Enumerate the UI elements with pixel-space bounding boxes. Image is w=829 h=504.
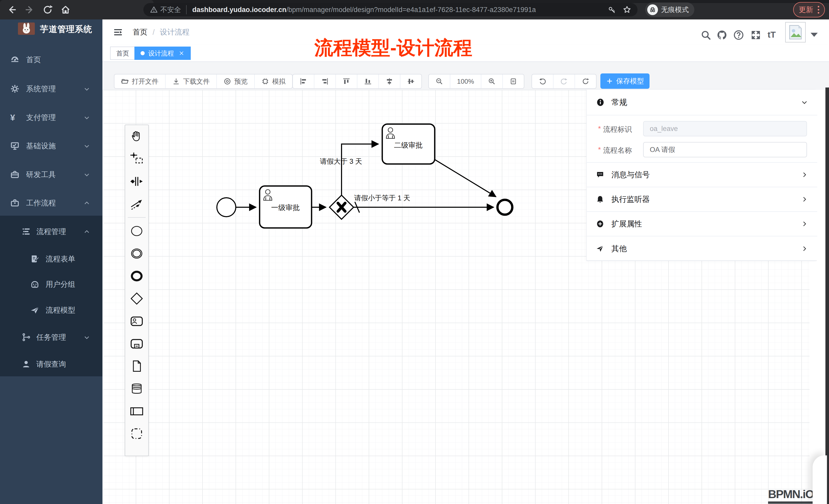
insecure-badge[interactable]: 不安全 <box>150 5 187 14</box>
sidebar-item-user-group[interactable]: 用户分组 <box>0 275 102 294</box>
user-icon <box>22 359 31 369</box>
flow-gateway-to-task2[interactable] <box>341 144 379 195</box>
flow-task2-to-end[interactable] <box>434 159 496 197</box>
zoom-reset-button[interactable] <box>503 74 524 88</box>
download-file-button[interactable]: 下载文件 <box>166 74 217 88</box>
sidebar-item-label: 首页 <box>26 55 41 65</box>
avatar[interactable] <box>785 22 806 42</box>
process-name-field: * 流程名称 <box>587 142 817 157</box>
tab-label: 设计流程 <box>148 49 174 57</box>
align-bottom-button[interactable] <box>357 74 379 88</box>
sidebar-item-leave-query[interactable]: 请假查询 <box>0 355 102 373</box>
browser-menu-icon[interactable] <box>818 6 819 13</box>
zoom-out-icon <box>435 78 443 85</box>
end-event[interactable] <box>498 200 512 215</box>
align-center-button[interactable] <box>400 74 422 88</box>
chevron-right-icon <box>801 171 808 178</box>
save-model-button[interactable]: 保存模型 <box>600 73 650 89</box>
restart-button[interactable] <box>575 74 596 88</box>
user-task-level2[interactable]: 二级审批 <box>382 124 435 164</box>
section-execution-listener[interactable]: 执行监听器 <box>587 187 817 212</box>
zoom-level[interactable]: 100% <box>450 74 481 88</box>
home-icon[interactable] <box>61 5 71 15</box>
url-domain: dashboard.yudao.iocoder.cn <box>192 6 287 13</box>
update-button[interactable]: 更新 <box>793 2 825 17</box>
undo-button[interactable] <box>532 74 553 88</box>
sidebar-collapse-icon[interactable] <box>113 28 123 37</box>
url-bar[interactable]: 不安全 dashboard.yudao.iocoder.cn/bpm/manag… <box>143 3 638 16</box>
start-event[interactable] <box>217 198 236 217</box>
browser-active-tab[interactable] <box>0 0 154 3</box>
section-other[interactable]: 其他 <box>587 236 817 261</box>
preview-eye-icon <box>223 78 231 85</box>
flow-label-le1[interactable]: 请假小于等于 1 天 <box>354 194 410 202</box>
sidebar-item-process-model[interactable]: 流程模型 <box>0 301 102 319</box>
general-section-body: * 流程标识 * 流程名称 <box>587 115 817 163</box>
zoom-toolbar-group: 100% <box>428 74 524 89</box>
breadcrumb: 首页 / 设计流程 <box>133 20 189 45</box>
simulate-button[interactable]: 模拟 <box>255 74 292 88</box>
align-right-button[interactable] <box>314 74 336 88</box>
align-bottom-icon <box>364 78 372 85</box>
tab-design-process[interactable]: 设计流程 <box>135 46 191 60</box>
open-file-button[interactable]: 打开文件 <box>114 74 166 88</box>
chevron-right-icon <box>801 245 808 252</box>
section-extended-attributes[interactable]: 扩展属性 <box>587 212 817 236</box>
zoom-out-button[interactable] <box>429 74 450 88</box>
section-messages-signals[interactable]: 消息与信号 <box>587 163 817 187</box>
avatar-caret-icon[interactable] <box>810 33 818 37</box>
sidebar-item-task-mgmt[interactable]: 任务管理 <box>0 328 102 346</box>
bpmn-io-logo-text: BPMN.iO <box>768 488 814 501</box>
sidebar-item-process-form[interactable]: 流程表单 <box>0 250 102 268</box>
align-left-button[interactable] <box>293 74 314 88</box>
active-tab-dot <box>141 51 145 55</box>
bpmn-io-logo[interactable]: BPMN.iO <box>768 488 814 504</box>
chevron-up-icon <box>83 200 90 206</box>
tab-close-icon[interactable] <box>178 50 185 56</box>
help-icon[interactable] <box>733 30 744 40</box>
info-icon <box>596 98 605 107</box>
sidebar-item-home[interactable]: 首页 <box>0 50 102 69</box>
align-top-button[interactable] <box>336 74 357 88</box>
sidebar-item-label: 流程模型 <box>45 305 75 315</box>
exclusive-gateway[interactable] <box>329 195 354 219</box>
general-section-header[interactable]: 常规 <box>587 90 817 115</box>
tab-home[interactable]: 首页 <box>110 46 135 60</box>
yen-icon: ¥ <box>10 113 20 122</box>
sidebar-item-devtools[interactable]: 研发工具 <box>0 165 102 184</box>
open-file-label: 打开文件 <box>132 77 158 86</box>
flow-label-gt3[interactable]: 请假大于 3 天 <box>320 158 362 165</box>
page-scrollbar[interactable] <box>825 87 829 504</box>
process-name-input[interactable] <box>643 142 807 157</box>
key-icon[interactable] <box>608 6 616 14</box>
chevron-down-icon[interactable] <box>801 99 808 106</box>
bell-icon <box>596 195 604 203</box>
fit-viewport-icon <box>509 78 517 85</box>
sidebar-item-process-mgmt[interactable]: 流程管理 <box>0 222 102 241</box>
bookmark-star-icon[interactable] <box>623 5 632 14</box>
forward-icon[interactable] <box>25 5 35 15</box>
sidebar-item-label: 用户分组 <box>45 279 75 289</box>
chevron-down-icon <box>83 86 90 92</box>
sidebar-item-payment[interactable]: ¥ 支付管理 <box>0 108 102 127</box>
sidebar-item-label: 工作流程 <box>26 198 56 208</box>
sidebar-item-system[interactable]: 系统管理 <box>0 80 102 98</box>
preview-button[interactable]: 预览 <box>217 74 255 88</box>
github-icon[interactable] <box>717 30 727 40</box>
font-size-icon[interactable]: tT <box>767 30 778 40</box>
reload-icon[interactable] <box>42 5 53 15</box>
back-icon[interactable] <box>7 5 17 15</box>
fullscreen-icon[interactable] <box>750 30 761 40</box>
sidebar-logo-row[interactable]: 芋道管理系统 <box>0 20 102 50</box>
align-middle-button[interactable] <box>379 74 400 88</box>
user-task-level1[interactable]: 一级审批 <box>260 186 312 228</box>
sidebar-item-infrastructure[interactable]: 基础设施 <box>0 137 102 155</box>
chevron-down-icon <box>83 143 90 149</box>
process-key-input[interactable] <box>643 121 807 137</box>
sidebar-item-label: 流程表单 <box>45 254 75 264</box>
breadcrumb-home[interactable]: 首页 <box>133 27 147 37</box>
zoom-in-button[interactable] <box>481 74 503 88</box>
redo-button[interactable] <box>553 74 575 88</box>
sidebar-item-workflow[interactable]: 工作流程 <box>0 194 102 212</box>
search-icon[interactable] <box>700 30 711 40</box>
